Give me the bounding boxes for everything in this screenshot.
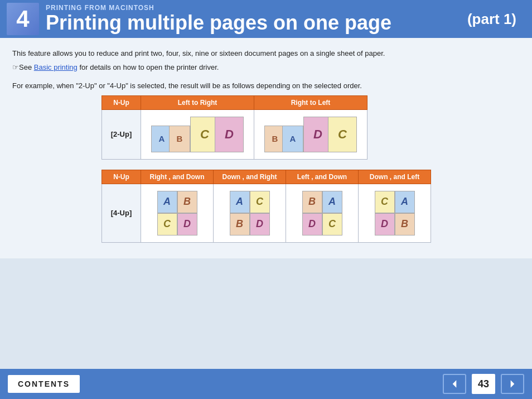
chapter-number: 4	[16, 6, 29, 32]
page-a2: A	[282, 126, 303, 152]
cell-a3: A	[322, 191, 342, 213]
basic-printing-link[interactable]: Basic printing	[34, 63, 78, 71]
diagram-4up-dl: C A D B	[359, 184, 431, 242]
page-header: 4 PRINTING FROM MACINTOSH Printing multi…	[0, 0, 532, 38]
cell-c2: C	[250, 191, 270, 213]
page-number: 43	[472, 374, 495, 394]
table-4up-wrapper: N-Up Right , and Down Down , and Right L…	[101, 170, 520, 243]
cell-c1: C	[157, 213, 177, 235]
cell-d4: D	[375, 213, 395, 235]
footer-navigation: 43	[443, 374, 524, 394]
cell-b2: B	[230, 213, 250, 235]
intro-paragraph-1: This feature allows you to reduce and pr…	[12, 48, 520, 60]
cell-d3: D	[302, 213, 322, 235]
prev-arrow-icon	[449, 378, 460, 390]
cell-b3: B	[302, 191, 322, 213]
intro-prefix: ☞See	[12, 63, 34, 71]
cell-c3: C	[322, 213, 342, 235]
diagram-4up-rd: A B C D	[141, 184, 214, 242]
diagram-2up-ltr: A B C D	[141, 109, 254, 159]
table-4up: N-Up Right , and Down Down , and Right L…	[101, 170, 431, 243]
intro-text-1: This feature allows you to reduce and pr…	[12, 49, 385, 57]
cell-d1: D	[177, 213, 197, 235]
col-nup-4: N-Up	[102, 170, 141, 184]
cell-b1: B	[177, 191, 197, 213]
table-row-4up: [4-Up] A B C D A C	[102, 184, 431, 242]
header-title: Printing multiple pages on one page	[46, 12, 391, 34]
diagram-4up-ld: B A D C	[286, 184, 359, 242]
col-left-right: Left to Right	[141, 95, 254, 109]
grid-ld: B A D C	[302, 191, 342, 235]
col-left-down: Left , and Down	[286, 170, 359, 184]
page-c2: C	[328, 117, 357, 152]
svg-marker-1	[511, 380, 515, 387]
row-4up-label: [4-Up]	[102, 184, 141, 242]
col-right-down: Right , and Down	[141, 170, 214, 184]
col-right-left: Right to Left	[254, 95, 367, 109]
page-b: B	[169, 126, 190, 152]
diagram-ltr: A B C D	[151, 117, 244, 152]
col-down-right: Down , and Right	[214, 170, 286, 184]
row-2up-label: [2-Up]	[102, 109, 141, 159]
prev-button[interactable]	[443, 374, 466, 394]
next-arrow-icon	[507, 378, 518, 390]
table-row: [2-Up] A B C D B A	[102, 109, 367, 159]
table-2up: N-Up Left to Right Right to Left [2-Up] …	[101, 95, 367, 160]
header-subtitle: PRINTING FROM MACINTOSH	[46, 4, 391, 12]
diagram-2up-rtl: B A D C	[254, 109, 367, 159]
cell-b4: B	[395, 213, 415, 235]
cell-a2: A	[230, 191, 250, 213]
contents-button[interactable]: CONTENTS	[8, 375, 80, 393]
grid-rd: A B C D	[157, 191, 197, 235]
next-button[interactable]	[501, 374, 524, 394]
col-nup-2: N-Up	[102, 95, 141, 109]
grid-dr: A C B D	[230, 191, 270, 235]
cell-a4: A	[395, 191, 415, 213]
cell-a1: A	[157, 191, 177, 213]
page-d: D	[215, 117, 244, 152]
col-down-left: Down , and Left	[359, 170, 431, 184]
page-footer: CONTENTS 43	[0, 369, 532, 399]
main-content: This feature allows you to reduce and pr…	[0, 38, 532, 258]
header-text: PRINTING FROM MACINTOSH Printing multipl…	[46, 4, 391, 34]
cell-c4: C	[375, 191, 395, 213]
intro-suffix: for details on how to open the printer d…	[78, 63, 219, 71]
intro-paragraph-2: ☞See Basic printing for details on how t…	[12, 62, 520, 74]
diagram-4up-dr: A C B D	[214, 184, 286, 242]
svg-marker-0	[453, 380, 457, 387]
cell-d2: D	[250, 213, 270, 235]
grid-dl: C A D B	[375, 191, 415, 235]
diagram-rtl: B A D C	[264, 117, 357, 152]
table-2up-wrapper: N-Up Left to Right Right to Left [2-Up] …	[101, 95, 520, 160]
header-part: (part 1)	[467, 11, 525, 28]
chapter-number-box: 4	[7, 3, 39, 35]
example-paragraph: For example, when "2-Up" or "4-Up" is se…	[12, 81, 520, 90]
